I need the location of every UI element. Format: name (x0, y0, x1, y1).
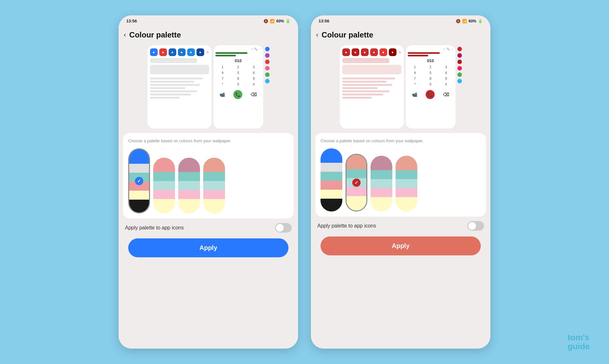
app-icon-r4: ● (370, 48, 378, 56)
line-5 (150, 90, 197, 92)
rswatch-m1 (371, 156, 392, 170)
rkey-1[interactable]: 1 (408, 65, 422, 70)
line-3 (150, 84, 200, 86)
swatch-mauve[interactable] (178, 158, 200, 213)
rkey-4[interactable]: 4 (408, 70, 422, 75)
rswatch-r2 (346, 169, 366, 178)
toggle-switch-left[interactable] (275, 223, 292, 233)
swatch-m4 (178, 190, 200, 199)
rkey-2[interactable]: 2 (423, 65, 438, 70)
swatch-m3 (178, 181, 200, 190)
swatch-blue[interactable]: ✓ (128, 148, 150, 213)
battery-left: 60% (276, 19, 284, 23)
status-time-left: 13:56 (126, 19, 137, 23)
swatch-s5 (203, 199, 225, 213)
key-7[interactable]: 7 (215, 76, 230, 81)
preview-dialer-left: + 🔍 ⋮ 010 123 456 789 *0# 📹 📞 ⌫ (213, 45, 263, 128)
dialer-number-left: 010 (215, 58, 261, 63)
back-button-right[interactable]: ‹ (316, 31, 318, 39)
call-button-left[interactable]: 📞 (233, 90, 242, 99)
key-5[interactable]: 5 (231, 70, 246, 75)
preview-area-left: ● ● ● ● ● ● ⚙ (119, 43, 298, 131)
placeholder-block-r1 (342, 58, 389, 63)
toggle-knob-right (468, 222, 476, 230)
key-4[interactable]: 4 (215, 70, 230, 75)
key-1[interactable]: 1 (215, 65, 230, 70)
palette-section-left: Choose a palette based on colours from y… (123, 133, 294, 219)
dialer-menu: ⋮ (259, 48, 261, 51)
rside-dot-5 (457, 72, 462, 77)
swatch-salmon[interactable] (203, 158, 225, 213)
mute-icon-r: 🔕 (456, 19, 461, 23)
rkey-6[interactable]: 6 (439, 70, 454, 75)
app-icon-5: ● (187, 48, 195, 56)
video-icon-r: 📹 (412, 92, 417, 97)
app-icon-r5: ● (380, 48, 387, 56)
icon-row-left: ● ● ● ● ● ● ⚙ (150, 48, 209, 56)
swatch-s3 (203, 181, 225, 190)
watermark-line1: tom's (568, 333, 590, 342)
key-3[interactable]: 3 (246, 65, 261, 70)
rkey-star[interactable]: * (408, 82, 422, 87)
app-icon-1: ● (150, 48, 158, 56)
call-button-right[interactable]: 📞 (426, 90, 435, 99)
line-1 (150, 78, 203, 79)
rside-dot-6 (457, 79, 462, 83)
key-0[interactable]: 0 (231, 82, 246, 87)
app-icon-r2: ● (352, 48, 359, 56)
rswatch-blue[interactable] (321, 148, 342, 211)
rkey-8[interactable]: 8 (423, 76, 438, 81)
preview-area-right: ● ● ● ● ● ● ⚙ (311, 43, 490, 131)
side-dot-4 (265, 66, 270, 70)
rkey-hash[interactable]: # (439, 82, 454, 87)
key-2[interactable]: 2 (231, 65, 246, 70)
rkey-3[interactable]: 3 (439, 65, 454, 70)
rswatch-seg-6 (321, 199, 342, 211)
side-icons-right (457, 45, 462, 83)
rkey-9[interactable]: 9 (439, 76, 454, 81)
preview-dialer-right: + 🔍 ⋮ 010 123 456 789 *0# 📹 📞 ⌫ (406, 45, 455, 128)
rswatch-salmon[interactable] (396, 156, 417, 211)
palette-swatches-left: ✓ (128, 148, 288, 213)
key-6[interactable]: 6 (246, 70, 261, 75)
app-icon-2: ● (159, 48, 167, 56)
preview-main-left: ● ● ● ● ● ● ⚙ (147, 45, 212, 128)
key-8[interactable]: 8 (231, 76, 246, 81)
back-button-left[interactable]: ‹ (124, 31, 126, 39)
palette-description-left: Choose a palette based on colours from y… (128, 138, 288, 144)
swatch-pink[interactable] (153, 158, 175, 213)
rswatch-mauve[interactable] (371, 156, 392, 211)
status-icons-right: 🔕 📶 60% 🔋 (456, 19, 483, 23)
rswatch-s2 (396, 170, 417, 179)
rswatch-m4 (371, 188, 392, 197)
rswatch-s5 (396, 197, 417, 211)
palette-description-right: Choose a palette based on colours from y… (321, 138, 481, 144)
screen-content-right: ‹ Colour palette ● ● ● ● ● ● ⚙ (311, 25, 490, 349)
apply-button-left[interactable]: Apply (128, 238, 288, 257)
toggle-switch-right[interactable] (467, 221, 484, 231)
rkey-5[interactable]: 5 (423, 70, 438, 75)
swatch-seg-6 (129, 200, 149, 212)
swatch-pill-pink (153, 158, 175, 213)
rside-dot-4 (457, 66, 462, 70)
rline-5 (342, 90, 389, 92)
side-dot-5 (265, 72, 270, 77)
rswatch-r5 (346, 196, 366, 211)
swatch-s4 (203, 190, 225, 199)
swatch-m2 (178, 172, 200, 181)
small-lines-right (342, 78, 401, 99)
dialer-top-bar-left: + 🔍 ⋮ (215, 48, 261, 51)
check-badge-blue: ✓ (135, 177, 143, 185)
status-bar-left: 13:56 🔕 📶 60% 🔋 (119, 15, 298, 25)
key-9[interactable]: 9 (246, 76, 261, 81)
key-hash[interactable]: # (246, 82, 261, 87)
rkey-0[interactable]: 0 (423, 82, 438, 87)
dialer-search-r: 🔍 (446, 48, 450, 51)
app-icon-r6: ● (389, 48, 396, 56)
rswatch-red[interactable]: ✓ (346, 154, 367, 211)
dialer-grid-right: 123 456 789 *0# (408, 65, 454, 87)
rkey-7[interactable]: 7 (408, 76, 422, 81)
dialer-menu-r: ⋮ (451, 48, 454, 51)
apply-button-right[interactable]: Apply (321, 236, 481, 255)
key-star[interactable]: * (215, 82, 230, 87)
